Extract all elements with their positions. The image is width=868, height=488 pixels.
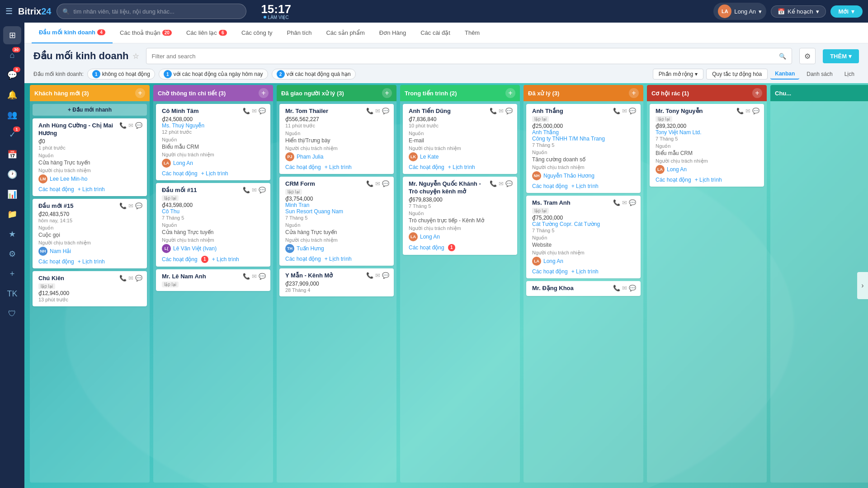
- owner-name[interactable]: Nam Hải: [50, 248, 71, 254]
- email-icon[interactable]: ✉: [252, 187, 257, 193]
- kanban-next-button[interactable]: ›: [857, 272, 868, 299]
- schedule-link[interactable]: + Lịch trình: [325, 256, 352, 262]
- phone-icon[interactable]: 📞: [243, 273, 250, 280]
- sec-nav-2[interactable]: Các liên lạc6: [179, 23, 234, 43]
- activities-link[interactable]: Các hoạt động: [409, 164, 444, 170]
- filter-chip-3[interactable]: 2 với các hoạt động quá hạn: [272, 69, 356, 80]
- col-add-button[interactable]: +: [505, 88, 515, 98]
- global-search[interactable]: 🔍: [57, 4, 246, 19]
- kanban-card[interactable]: Đầu mối #11 📞 ✉ 💬 lập lại₫43,598,000Cô T…: [156, 183, 270, 267]
- card-owner-link[interactable]: Cô Thu: [162, 208, 266, 215]
- phone-icon[interactable]: 📞: [613, 108, 620, 114]
- activities-link[interactable]: Các hoạt động: [532, 183, 568, 189]
- filter-chip-1[interactable]: 1 không có hoạt động: [87, 69, 155, 80]
- col-add-button[interactable]: +: [752, 88, 762, 98]
- tab-lich[interactable]: Lịch: [840, 69, 859, 79]
- activities-link[interactable]: Các hoạt động: [656, 177, 691, 183]
- email-icon[interactable]: ✉: [375, 272, 380, 279]
- sec-nav-1[interactable]: Các thoả thuận20: [113, 23, 179, 43]
- kanban-card[interactable]: Mr. Nguyễn Quốc Khánh - Trò chuyện kênh …: [403, 177, 517, 255]
- email-icon[interactable]: ✉: [252, 273, 257, 280]
- activities-link[interactable]: Các hoạt động: [285, 256, 321, 262]
- activities-link[interactable]: Các hoạt động: [285, 164, 321, 170]
- email-icon[interactable]: ✉: [128, 202, 133, 209]
- email-icon[interactable]: ✉: [128, 275, 133, 282]
- phone-icon[interactable]: 📞: [366, 272, 373, 279]
- schedule-link[interactable]: + Lịch trình: [695, 177, 722, 183]
- kanban-card[interactable]: Mr. Đặng Khoa 📞 ✉ 💬: [526, 281, 641, 296]
- filter-input[interactable]: [152, 53, 779, 60]
- email-icon[interactable]: ✉: [622, 108, 627, 114]
- activities-link[interactable]: Các hoạt động: [532, 268, 568, 275]
- comment-icon[interactable]: 💬: [382, 180, 389, 187]
- kanban-card[interactable]: Mr. Tony Nguyễn 📞 ✉ 💬 lập lại₫89,320,000…: [650, 104, 764, 187]
- shield-icon[interactable]: 🛡: [3, 305, 21, 323]
- kanban-card[interactable]: Anh Tiến Dũng 📞 ✉ 💬 ₫7,836,84010 phút tr…: [403, 104, 517, 174]
- email-icon[interactable]: ✉: [252, 108, 257, 114]
- calendar-icon[interactable]: 📅: [3, 145, 21, 164]
- owner-name[interactable]: Le Kate: [420, 154, 439, 160]
- automation-button[interactable]: Quy tắc tự động hóa: [706, 69, 768, 80]
- kanban-card[interactable]: Anh Thắng 📞 ✉ 💬 lập lại₫25,000,000Anh Th…: [526, 104, 641, 193]
- user-menu[interactable]: LA Long An ▾: [713, 3, 766, 20]
- filter-search-bar[interactable]: 🔍: [146, 48, 793, 64]
- phone-icon[interactable]: 📞: [613, 199, 620, 206]
- activities-link[interactable]: Các hoạt động: [409, 244, 444, 251]
- card-company-link[interactable]: Công ty TNHH T/M Nha Trang: [532, 136, 636, 142]
- kanban-card[interactable]: Cô Minh Tâm 📞 ✉ 💬 ₫24,508,000Ms. Thuý Ng…: [156, 104, 270, 180]
- phone-icon[interactable]: 📞: [366, 180, 373, 187]
- chart-icon[interactable]: 📊: [3, 185, 21, 203]
- card-owner-link[interactable]: Cát Tường Copr. Cát Tường: [532, 221, 636, 227]
- phone-icon[interactable]: 📞: [736, 108, 744, 114]
- comment-icon[interactable]: 💬: [259, 273, 266, 280]
- check-icon[interactable]: ✓1: [3, 126, 21, 144]
- sec-nav-6[interactable]: Đơn Hàng: [372, 23, 413, 43]
- tab-kanban[interactable]: Kanban: [770, 69, 799, 80]
- comment-icon[interactable]: 💬: [259, 187, 266, 193]
- comment-icon[interactable]: 💬: [505, 108, 513, 114]
- email-icon[interactable]: ✉: [499, 108, 504, 114]
- activities-link[interactable]: Các hoạt động: [162, 170, 198, 177]
- email-icon[interactable]: ✉: [375, 108, 380, 114]
- kanban-card[interactable]: Mr. Tom Thailer 📞 ✉ 💬 ₫556,562,22711 phú…: [279, 104, 394, 174]
- hamburger-menu[interactable]: ☰: [5, 6, 13, 16]
- sec-nav-7[interactable]: Các cài đặt: [413, 23, 458, 43]
- sec-nav-0[interactable]: Đầu mối kinh doanh4: [32, 23, 113, 43]
- card-owner-link[interactable]: Ms. Thuý Nguyễn: [162, 122, 266, 129]
- activities-link[interactable]: Các hoạt động: [38, 186, 74, 192]
- phone-icon[interactable]: 📞: [243, 108, 250, 114]
- bell-icon[interactable]: 🔔: [3, 86, 21, 104]
- comment-icon[interactable]: 💬: [629, 285, 636, 291]
- phone-icon[interactable]: 📞: [490, 108, 497, 114]
- card-owner-link[interactable]: Minh Tran: [285, 202, 389, 208]
- kanban-card[interactable]: CRM Form 📞 ✉ 💬 lập lại₫3,754,000Minh Tra…: [279, 177, 394, 266]
- owner-name[interactable]: Pham Julia: [297, 154, 323, 160]
- search-input[interactable]: [73, 8, 241, 15]
- comment-icon[interactable]: 💬: [629, 199, 636, 206]
- owner-name[interactable]: Lê Văn Việt (Ivan): [173, 245, 217, 252]
- phone-icon[interactable]: 📞: [119, 122, 127, 129]
- comment-icon[interactable]: 💬: [135, 275, 142, 282]
- plus-icon[interactable]: +: [3, 265, 21, 283]
- email-icon[interactable]: ✉: [745, 108, 750, 114]
- sec-nav-4[interactable]: Phân tích: [280, 23, 319, 43]
- email-icon[interactable]: ✉: [375, 180, 380, 187]
- comment-icon[interactable]: 💬: [752, 108, 760, 114]
- favorite-star-icon[interactable]: ☆: [132, 52, 139, 61]
- owner-name[interactable]: Long An: [667, 166, 687, 173]
- owner-name[interactable]: Lee Lee Min-ho: [50, 176, 87, 182]
- comment-icon[interactable]: 💬: [135, 122, 142, 129]
- phone-icon[interactable]: 📞: [613, 285, 620, 291]
- kanban-card[interactable]: Chú Kiên 📞 ✉ 💬 lập lại₫12,945,00013 phút…: [33, 271, 147, 306]
- clock-icon[interactable]: 🕐: [3, 165, 21, 183]
- kanban-card[interactable]: Ms. Tram Anh 📞 ✉ 💬 lập lại₫75,200,000Cát…: [526, 196, 641, 278]
- schedule-link[interactable]: + Lịch trình: [325, 164, 352, 170]
- home-icon[interactable]: ⌂30: [3, 46, 21, 64]
- owner-name[interactable]: Tuấn Hưng: [297, 245, 324, 252]
- phone-icon[interactable]: 📞: [366, 108, 373, 114]
- phone-icon[interactable]: 📞: [243, 187, 250, 193]
- col-add-button[interactable]: +: [382, 88, 392, 98]
- card-company-link[interactable]: Tony Việt Nam Ltd.: [656, 129, 760, 136]
- settings-side-icon[interactable]: ⚙: [3, 245, 21, 263]
- owner-name[interactable]: Long An: [543, 258, 563, 264]
